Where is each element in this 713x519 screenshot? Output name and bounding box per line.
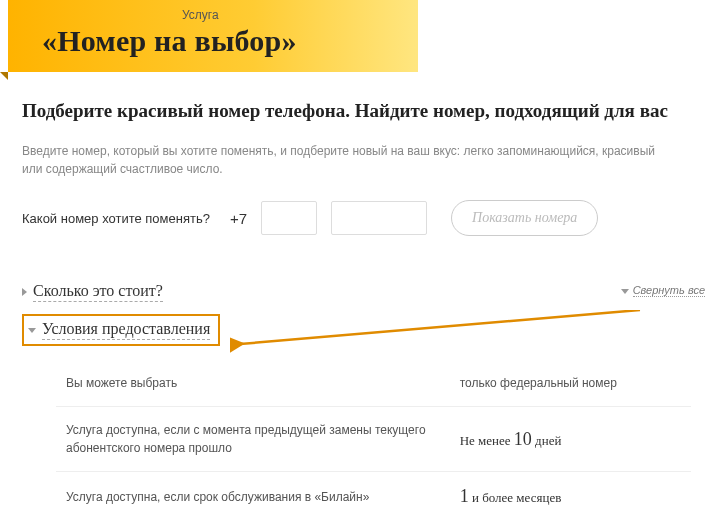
condition-value: 1 и более месяцев: [450, 472, 691, 520]
accordion-conditions-header[interactable]: Условия предоставления: [22, 314, 220, 346]
condition-value: Не менее 10 дней: [450, 407, 691, 472]
show-numbers-button[interactable]: Показать номера: [451, 200, 598, 236]
headline: Подберите красивый номер телефона. Найди…: [22, 100, 691, 122]
condition-label: Вы можете выбрать: [56, 360, 450, 407]
intro-text: Введите номер, который вы хотите поменят…: [22, 142, 662, 178]
table-row: Услуга доступна, если срок обслуживания …: [56, 472, 691, 520]
table-row: Вы можете выбрать только федеральный ном…: [56, 360, 691, 407]
accordion-cost-title: Сколько это стоит?: [33, 282, 163, 302]
accordion-cost-header[interactable]: Сколько это стоит?: [22, 282, 163, 302]
condition-label: Услуга доступна, если с момента предыдущ…: [56, 407, 450, 472]
conditions-table: Вы можете выбрать только федеральный ном…: [56, 360, 691, 519]
chevron-down-icon: [28, 328, 36, 333]
accordion-conditions-title: Условия предоставления: [42, 320, 210, 340]
area-code-input[interactable]: [261, 201, 317, 235]
chevron-right-icon: [22, 288, 27, 296]
table-row: Услуга доступна, если с момента предыдущ…: [56, 407, 691, 472]
service-label: Услуга: [182, 8, 396, 22]
collapse-all-link[interactable]: Свернуть все: [621, 284, 705, 296]
chevron-down-icon: [621, 289, 629, 294]
page-title: «Номер на выбор»: [42, 24, 396, 58]
phone-number-input[interactable]: [331, 201, 427, 235]
change-number-row: Какой номер хотите поменять? +7 Показать…: [22, 200, 691, 236]
change-number-label: Какой номер хотите поменять?: [22, 211, 210, 226]
country-prefix: +7: [230, 210, 247, 227]
hero-banner: Услуга «Номер на выбор»: [8, 0, 418, 72]
condition-value: только федеральный номер: [450, 360, 691, 407]
condition-label: Услуга доступна, если срок обслуживания …: [56, 472, 450, 520]
